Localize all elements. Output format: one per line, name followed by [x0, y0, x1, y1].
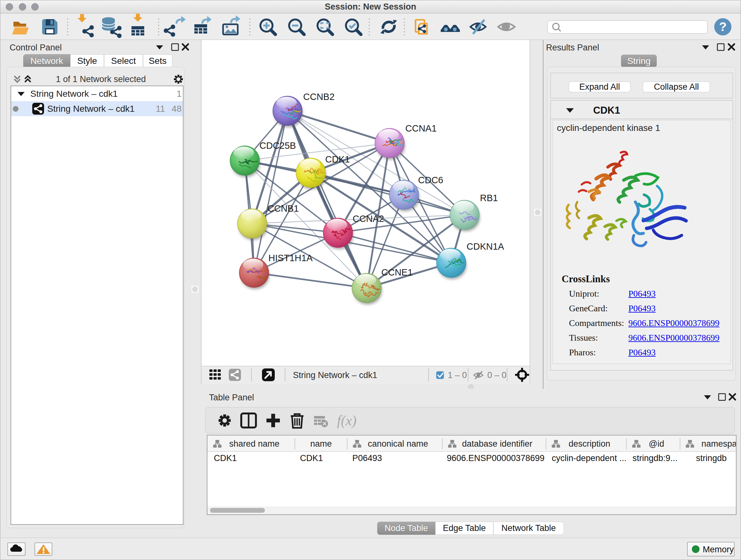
- svg-text:48: 48: [172, 104, 182, 114]
- svg-text:0 – 0: 0 – 0: [487, 370, 507, 380]
- svg-text:stringdb:9...: stringdb:9...: [632, 453, 677, 463]
- svg-text:P06493: P06493: [352, 453, 382, 463]
- svg-text:CDK1: CDK1: [300, 453, 323, 463]
- svg-text:1 of 1 Network selected: 1 of 1 Network selected: [56, 74, 146, 84]
- svg-text:cyclin-dependent ...: cyclin-dependent ...: [552, 453, 626, 463]
- svg-text:@id: @id: [649, 439, 664, 449]
- svg-text:CCNA1: CCNA1: [405, 123, 436, 133]
- svg-text:CCNB1: CCNB1: [267, 203, 299, 213]
- svg-text:CCNE1: CCNE1: [381, 267, 413, 277]
- svg-text:CDK1: CDK1: [593, 105, 620, 116]
- svg-text:CDC6: CDC6: [418, 175, 443, 185]
- svg-text:?: ?: [719, 20, 726, 34]
- svg-text:String Network – cdk1: String Network – cdk1: [30, 89, 118, 99]
- svg-text:Memory: Memory: [703, 545, 734, 554]
- svg-text:CDKN1A: CDKN1A: [467, 241, 504, 252]
- svg-text:canonical name: canonical name: [367, 439, 428, 449]
- svg-text:description: description: [569, 439, 610, 449]
- svg-text:CDK1: CDK1: [214, 453, 237, 463]
- svg-text:HIST1H1A: HIST1H1A: [268, 253, 313, 263]
- svg-text:database identifier: database identifier: [462, 439, 533, 449]
- svg-text:String Network – cdk1: String Network – cdk1: [47, 104, 135, 114]
- svg-text:name: name: [310, 439, 332, 449]
- svg-text:1: 1: [177, 89, 182, 99]
- svg-text:CDK1: CDK1: [325, 154, 350, 165]
- svg-text:f(x): f(x): [337, 413, 356, 428]
- svg-text:RB1: RB1: [480, 193, 498, 203]
- svg-text:CCNA2: CCNA2: [353, 213, 384, 224]
- svg-text:9606.ENSP00000378699: 9606.ENSP00000378699: [447, 453, 544, 463]
- svg-text:namespace: namespace: [701, 439, 736, 449]
- svg-text:11: 11: [156, 104, 165, 114]
- svg-text:stringdb: stringdb: [696, 453, 727, 463]
- svg-text:shared name: shared name: [229, 439, 280, 449]
- svg-text:CDC25B: CDC25B: [259, 140, 296, 151]
- svg-text:1 – 0: 1 – 0: [448, 370, 467, 380]
- svg-text:CCNB2: CCNB2: [303, 91, 334, 102]
- svg-text:String Network – cdk1: String Network – cdk1: [293, 370, 377, 380]
